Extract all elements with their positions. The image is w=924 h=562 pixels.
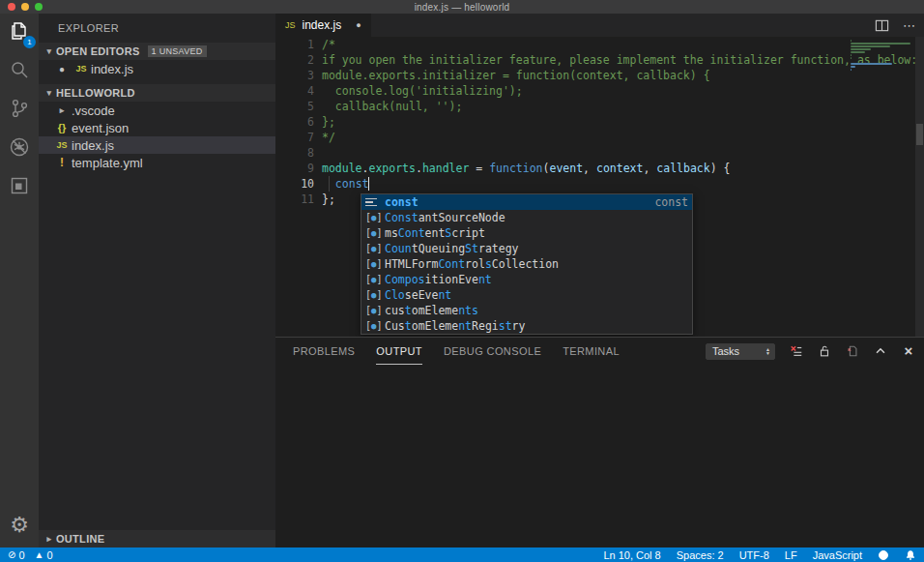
activity-bar-item-explorer[interactable]: 1 [0,14,39,52]
status-indentation[interactable]: Spaces: 2 [677,549,724,561]
global-symbol-icon: [●] [365,225,385,241]
status-error-icon[interactable]: ⊘0 [8,549,25,561]
tree-item-.vscode[interactable]: ▸.vscode [39,102,275,119]
minimap-line [851,69,852,71]
tree-item-event.json[interactable]: {}event.json [39,119,275,136]
tab-indexjs[interactable]: JS index.js ● [275,14,371,37]
chevron-down-icon: ▾ [43,46,56,56]
feedback-smiley-icon[interactable] [878,549,889,561]
select-arrows-icon: ▲▼ [762,344,774,359]
status-bar: ⊘0▲0 Ln 10, Col 8Spaces: 2UTF-8LFJavaScr… [0,547,924,562]
js-file-icon: JS [72,64,91,74]
code-text: module.exports.handler = function(event,… [314,161,730,176]
output-channel-value: Tasks [712,345,739,357]
output-channel-select[interactable]: Tasks ▲▼ [706,343,775,360]
vscode-window: index.js — helloworld 1 ⚙ EXPLORER ▾OPEN… [0,0,924,562]
tab-label: index.js [303,18,342,32]
minimap[interactable] [851,40,912,72]
zoom-window-button[interactable] [35,3,43,11]
global-symbol-icon: [●] [365,318,385,334]
scrollbar-slider[interactable] [916,124,923,145]
clear-output-icon[interactable] [789,343,804,359]
suggest-item-1[interactable]: [●]ConstantSourceNode [361,210,692,225]
tree-item-index.js[interactable]: JSindex.js [39,136,275,154]
status-eol[interactable]: LF [785,549,797,561]
minimap-line [851,48,871,50]
code-text: module.exports.initializer = function(co… [314,68,710,83]
notifications-bell-icon[interactable] [905,549,916,561]
minimap-line [851,40,852,42]
gear-icon[interactable]: ⚙ [0,509,39,542]
code-line-6[interactable]: 6}; [275,114,924,130]
status-warning-icon[interactable]: ▲0 [35,549,53,561]
suggest-item-5[interactable]: [●]CompositionEvent [361,272,692,287]
suggest-item-8[interactable]: [●]CustomElementRegistry [361,318,692,334]
panel-tab-output[interactable]: OUTPUT [376,338,422,365]
code-text: }; [314,192,335,207]
global-symbol-icon: [●] [365,303,385,318]
code-text: /* [314,37,335,52]
activity-bar-item-source-control[interactable] [0,91,39,130]
tree-item-template.yml[interactable]: !template.yml [39,154,275,171]
code-line-7[interactable]: 7*/ [275,130,924,145]
unlock-icon[interactable] [817,343,832,359]
unsaved-count-badge: 1 UNSAVED [148,45,207,57]
code-line-3[interactable]: 3module.exports.initializer = function(c… [275,68,924,83]
close-panel-icon[interactable]: × [901,343,916,359]
more-actions-icon[interactable]: ⋯ [903,18,916,33]
panel-tab-debug-console[interactable]: DEBUG CONSOLE [444,338,541,365]
suggest-item-4[interactable]: [●]HTMLFormControlsCollection [361,256,692,272]
editor-scrollbar[interactable] [915,37,924,337]
suggest-item-2[interactable]: [●]msContentScript [361,225,692,241]
code-line-10[interactable]: 10 const [275,176,924,192]
warning-icon: ▲ [35,550,44,560]
panel-tab-terminal[interactable]: TERMINAL [563,338,620,365]
js-file-icon: JS [52,140,72,150]
outline-section-header[interactable]: ▸OUTLINE [39,530,275,547]
suggest-item-7[interactable]: [●]customElements [361,303,692,318]
explorer-sidebar: EXPLORER ▾OPEN EDITORS1 UNSAVED●JSindex.… [39,14,275,547]
debug-icon [8,135,31,163]
code-line-9[interactable]: 9module.exports.handler = function(event… [275,161,924,176]
output-panel-body[interactable] [275,365,924,547]
chevron-right-icon: ▸ [43,534,56,544]
code-text: if you open the initializer feature, ple… [314,52,917,68]
code-line-8[interactable]: 8 [275,145,924,161]
code-line-4[interactable]: 4 console.log('initializing'); [275,83,924,99]
open-editor-item-index.js[interactable]: ●JSindex.js [39,60,275,77]
maximize-panel-icon[interactable] [873,343,888,359]
panel-tab-problems[interactable]: PROBLEMS [293,338,355,365]
status-cursor-position[interactable]: Ln 10, Col 8 [603,549,660,561]
code-text: }; [314,114,335,130]
minimap-line [851,63,892,65]
panel-actions: Tasks ▲▼ × [706,343,916,360]
open-editors-section-header[interactable]: ▾OPEN EDITORS1 UNSAVED [39,43,275,60]
open-log-file-icon[interactable] [845,343,860,359]
folder-section-header[interactable]: ▾HELLOWORLD [39,84,275,102]
titlebar[interactable]: index.js — helloworld [0,0,924,14]
activity-bar-item-debug[interactable] [0,130,39,168]
line-number: 8 [275,145,314,161]
chevron-down-icon: ▾ [43,88,56,98]
code-line-5[interactable]: 5 callback(null, ''); [275,99,924,114]
split-editor-icon[interactable] [875,18,889,33]
status-language-mode[interactable]: JavaScript [813,549,862,561]
line-number: 6 [275,114,314,130]
minimize-window-button[interactable] [21,3,29,11]
activity-bar-item-search[interactable] [0,52,39,91]
activity-bar-item-extensions[interactable] [0,168,39,207]
minimap-line [851,54,852,56]
close-window-button[interactable] [8,3,15,11]
code-line-2[interactable]: 2if you open the initializer feature, pl… [275,52,924,68]
code-editor[interactable]: 1/*2if you open the initializer feature,… [275,37,924,337]
suggest-widget: constconst[●]ConstantSourceNode[●]msCont… [361,193,693,335]
code-line-1[interactable]: 1/* [275,37,924,52]
editor-part: JS index.js ● ⋯ 1/*2if you open the init… [275,14,924,547]
search-icon [8,58,31,85]
suggest-item-6[interactable]: [●]CloseEvent [361,287,692,303]
status-encoding[interactable]: UTF-8 [739,549,769,561]
suggest-item-0[interactable]: constconst [361,194,692,210]
file-label: index.js [91,62,133,76]
line-number: 9 [275,161,314,176]
suggest-item-3[interactable]: [●]CountQueuingStrategy [361,241,692,256]
